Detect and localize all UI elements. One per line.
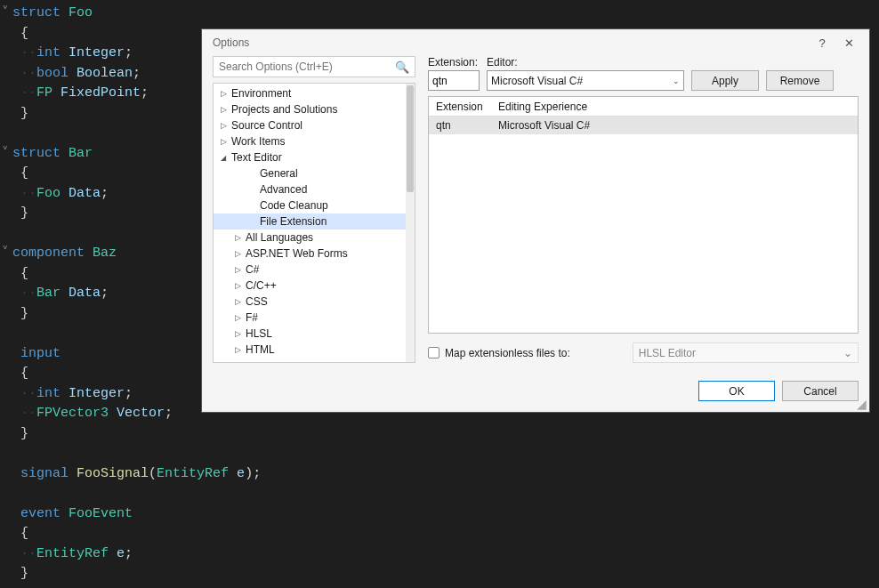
fold-icon[interactable] (2, 384, 12, 405)
fold-icon[interactable] (2, 284, 12, 304)
tree-item-label: Advanced (260, 183, 307, 196)
caret-right-icon[interactable]: ▷ (235, 297, 246, 306)
fold-icon[interactable] (2, 324, 12, 344)
fold-icon[interactable] (2, 44, 12, 64)
close-icon[interactable]: ✕ (835, 36, 862, 50)
tree-item[interactable]: Code Cleanup (214, 197, 415, 213)
tree-item[interactable]: ▷C/C++ (214, 278, 415, 294)
tree-item[interactable]: File Extension (214, 213, 415, 230)
fold-icon[interactable] (2, 124, 12, 144)
fold-icon[interactable] (2, 64, 12, 85)
search-options-input[interactable]: 🔍 (213, 56, 415, 77)
fold-icon[interactable] (2, 484, 12, 504)
caret-down-icon[interactable]: ◢ (221, 154, 231, 162)
search-input[interactable] (219, 60, 395, 73)
tree-item[interactable]: ◢Text Editor (214, 149, 415, 165)
code-token (12, 386, 20, 401)
fold-icon[interactable]: ˅ (2, 144, 12, 165)
code-line[interactable] (0, 484, 879, 504)
fold-icon[interactable] (2, 264, 12, 285)
fold-icon[interactable] (2, 344, 12, 365)
code-line[interactable]: event FooEvent (0, 504, 879, 525)
fold-icon[interactable] (2, 504, 12, 525)
fold-icon[interactable] (2, 164, 12, 184)
tree-item[interactable]: ▷CSS (214, 294, 415, 310)
tree-item[interactable]: ▷HLSL (214, 326, 415, 342)
tree-item[interactable]: Advanced (214, 181, 415, 197)
fold-icon[interactable] (2, 204, 12, 224)
fold-icon[interactable] (2, 104, 12, 125)
code-token: struct (12, 5, 60, 20)
tree-item[interactable]: ▷Environment (214, 85, 415, 101)
tree-item[interactable]: ▷All Languages (214, 230, 415, 246)
remove-button[interactable]: Remove (766, 70, 834, 91)
fold-icon[interactable] (2, 444, 12, 464)
code-line[interactable]: } (0, 564, 879, 584)
caret-right-icon[interactable]: ▷ (235, 233, 246, 242)
code-token (12, 546, 20, 561)
caret-right-icon[interactable]: ▷ (235, 313, 246, 322)
fold-icon[interactable] (2, 84, 12, 104)
ok-button[interactable]: OK (698, 381, 775, 401)
fold-icon[interactable] (2, 544, 12, 565)
extensions-grid[interactable]: Extension Editing Experience qtnMicrosof… (428, 96, 859, 334)
apply-button[interactable]: Apply (691, 70, 759, 91)
code-token: e (237, 466, 245, 481)
tree-item-label: F# (246, 311, 258, 324)
dialog-title: Options (213, 36, 809, 49)
caret-right-icon[interactable]: ▷ (221, 137, 231, 146)
fold-icon[interactable] (2, 404, 12, 424)
caret-right-icon[interactable]: ▷ (235, 249, 246, 258)
fold-icon[interactable] (2, 524, 12, 544)
fold-icon[interactable] (2, 564, 12, 584)
options-tree[interactable]: ▷Environment▷Projects and Solutions▷Sour… (213, 83, 415, 363)
fold-icon[interactable] (2, 464, 12, 485)
map-checkbox[interactable]: Map extensionless files to: (428, 347, 570, 359)
fold-icon[interactable] (2, 304, 12, 325)
code-token: ; (125, 386, 133, 401)
code-line[interactable]: signal FooSignal(EntityRef e); (0, 464, 879, 485)
tree-item[interactable]: ▷Projects and Solutions (214, 101, 415, 117)
code-line[interactable]: } (0, 424, 879, 445)
fold-icon[interactable] (2, 184, 12, 205)
fold-icon[interactable] (2, 424, 12, 445)
tree-item[interactable]: ▷C# (214, 262, 415, 278)
code-token (52, 85, 60, 101)
checkbox-box[interactable] (428, 347, 440, 358)
extension-input[interactable] (428, 70, 480, 91)
table-row[interactable]: qtnMicrosoft Visual C# (429, 117, 858, 134)
code-token (109, 406, 117, 421)
help-icon[interactable]: ? (809, 36, 835, 50)
tree-item[interactable]: ▷Source Control (214, 117, 415, 133)
options-dialog: Options ? ✕ 🔍 ▷Environment▷Projects and … (201, 28, 870, 413)
caret-right-icon[interactable]: ▷ (235, 281, 246, 290)
caret-right-icon[interactable]: ▷ (235, 265, 246, 274)
code-token (12, 85, 20, 101)
fold-icon[interactable]: ˅ (2, 4, 12, 24)
code-line[interactable] (0, 444, 879, 464)
code-line[interactable]: ˅struct Foo (0, 4, 879, 24)
caret-right-icon[interactable]: ▷ (235, 329, 246, 338)
scrollbar-thumb[interactable] (407, 85, 414, 192)
caret-right-icon[interactable]: ▷ (235, 345, 246, 354)
caret-right-icon[interactable]: ▷ (221, 105, 231, 114)
fold-icon[interactable] (2, 364, 12, 384)
cancel-button[interactable]: Cancel (782, 381, 859, 401)
caret-right-icon[interactable]: ▷ (221, 121, 231, 130)
tree-item-label: HTML (246, 343, 275, 356)
resize-grip-icon[interactable]: ◢ (857, 399, 867, 410)
tree-item[interactable]: ▷HTML (214, 342, 415, 358)
fold-icon[interactable] (2, 224, 12, 245)
tree-item[interactable]: ▷Work Items (214, 133, 415, 149)
tree-item[interactable]: ▷ASP.NET Web Forms (214, 246, 415, 262)
search-icon[interactable]: 🔍 (395, 60, 409, 74)
fold-icon[interactable]: ˅ (2, 244, 12, 264)
fold-icon[interactable] (2, 24, 12, 44)
editor-select[interactable]: Microsoft Visual C# ⌄ (487, 70, 684, 91)
tree-item[interactable]: ▷F# (214, 310, 415, 326)
code-line[interactable]: ··EntityRef e; (0, 544, 879, 565)
tree-item[interactable]: General (214, 165, 415, 181)
code-line[interactable]: { (0, 524, 879, 544)
tree-scrollbar[interactable] (406, 84, 415, 362)
caret-right-icon[interactable]: ▷ (221, 89, 231, 98)
